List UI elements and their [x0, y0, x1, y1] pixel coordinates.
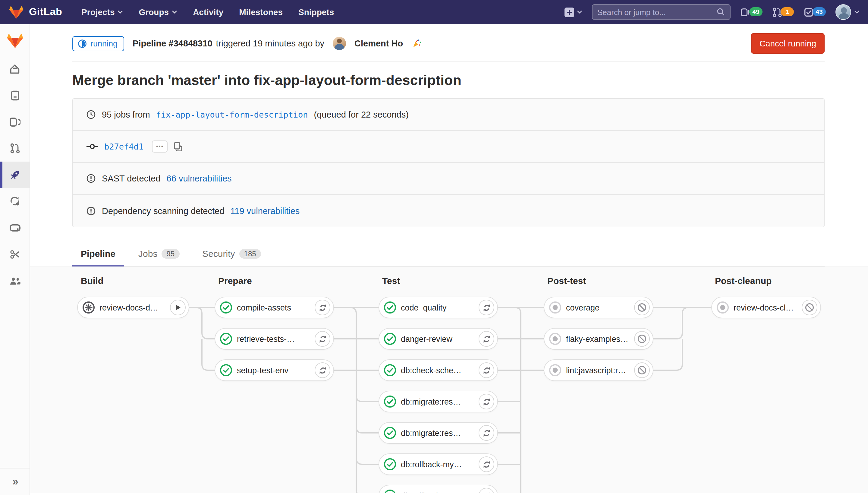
- pipeline-stage: Test code_quality danger-review: [379, 267, 498, 493]
- status-created-icon: [549, 301, 562, 314]
- sidebar-item-snippets[interactable]: [0, 241, 30, 268]
- retry-job-button[interactable]: [479, 488, 494, 493]
- job-label: db:check-sche…: [401, 366, 474, 375]
- cancel-job-button[interactable]: [634, 331, 650, 347]
- dependency-vulnerabilities-link[interactable]: 119 vulnerabilities: [230, 206, 299, 216]
- retry-icon: [482, 366, 491, 375]
- job-pill[interactable]: retrieve-tests-…: [214, 328, 334, 350]
- job-pill[interactable]: review-docs-cl…: [711, 297, 821, 318]
- dependency-info-row: Dependency scanning detected 119 vulnera…: [73, 195, 824, 227]
- job-pill[interactable]: db:rollback-…: [379, 485, 498, 493]
- cancel-job-button[interactable]: [634, 300, 650, 315]
- gitlab-logo[interactable]: GitLab: [8, 4, 62, 20]
- stage-name: Test: [382, 275, 498, 286]
- security-tab-badge: 185: [239, 249, 261, 258]
- stage-name: Prepare: [218, 275, 334, 286]
- nav-item-milestones[interactable]: Milestones: [239, 7, 283, 17]
- retry-job-button[interactable]: [315, 362, 330, 378]
- copy-commit-button[interactable]: [174, 142, 183, 151]
- retry-job-button[interactable]: [315, 300, 330, 315]
- nav-menu: Projects Groups Activity Milestones Snip…: [81, 7, 334, 17]
- job-pill[interactable]: db:check-sche…: [379, 359, 498, 381]
- status-success-icon: [383, 301, 397, 314]
- job-label: flaky-examples…: [566, 334, 630, 343]
- job-pill[interactable]: code_quality: [379, 297, 498, 318]
- tab-jobs[interactable]: Jobs 95: [130, 243, 188, 266]
- job-pill[interactable]: db:migrate:res…: [379, 422, 498, 444]
- stage-name: Build: [81, 275, 189, 286]
- sidebar-collapse-button[interactable]: »: [0, 468, 30, 495]
- retry-job-button[interactable]: [479, 300, 494, 315]
- chevron-down-icon: [854, 10, 860, 14]
- search-box: [592, 4, 731, 20]
- job-pill[interactable]: danger-review: [379, 328, 498, 350]
- merge-requests-counter[interactable]: 1: [772, 7, 794, 17]
- job-pill[interactable]: setup-test-env: [214, 359, 334, 381]
- job-status: [220, 332, 233, 345]
- running-spinner-icon: [78, 39, 87, 48]
- sidebar-items: [0, 55, 30, 294]
- sidebar-item-registry[interactable]: [0, 215, 30, 241]
- sast-vulnerabilities-link[interactable]: 66 vulnerabilities: [167, 174, 232, 183]
- job-pill[interactable]: db:rollback-my…: [379, 454, 498, 475]
- sidebar-project-logo[interactable]: [0, 24, 30, 55]
- job-pill[interactable]: review-docs-d…: [77, 297, 189, 318]
- retry-job-button[interactable]: [315, 331, 330, 347]
- job-pill[interactable]: compile-assets: [214, 297, 334, 318]
- sidebar-item-members[interactable]: [0, 268, 30, 294]
- cancel-job-button[interactable]: [634, 362, 650, 378]
- retry-icon: [482, 491, 491, 493]
- play-job-button[interactable]: [170, 300, 186, 315]
- status-success-icon: [383, 489, 397, 493]
- job-pill[interactable]: lint:javascript:r…: [544, 359, 654, 381]
- sidebar-item-operations[interactable]: [0, 188, 30, 215]
- cancel-running-button[interactable]: Cancel running: [751, 33, 824, 54]
- sidebar-item-home[interactable]: [0, 55, 30, 82]
- job-pill[interactable]: coverage: [544, 297, 654, 318]
- todos-counter[interactable]: 43: [803, 7, 826, 17]
- author-name[interactable]: Clement Ho: [354, 39, 403, 48]
- nav-item-activity[interactable]: Activity: [193, 7, 223, 17]
- nav-item-projects[interactable]: Projects: [81, 7, 123, 17]
- commit-sha-link[interactable]: b27ef4d1: [104, 142, 143, 151]
- pipeline-status-badge: running: [72, 36, 124, 51]
- retry-job-button[interactable]: [479, 394, 494, 409]
- merge-request-icon: [10, 143, 20, 154]
- retry-job-button[interactable]: [479, 456, 494, 472]
- play-icon: [174, 304, 181, 311]
- retry-job-button[interactable]: [479, 425, 494, 441]
- sidebar-item-repository[interactable]: [0, 82, 30, 108]
- cancel-job-button[interactable]: [802, 300, 817, 315]
- issues-counter[interactable]: 49: [740, 7, 763, 17]
- stage-name: Post-cleanup: [715, 275, 821, 286]
- expand-commit-button[interactable]: •••: [152, 140, 168, 153]
- queued-text: (queued for 22 seconds): [314, 110, 409, 119]
- job-pill[interactable]: flaky-examples…: [544, 328, 654, 350]
- nav-item-snippets[interactable]: Snippets: [298, 7, 334, 17]
- job-status: [383, 301, 397, 314]
- tab-security[interactable]: Security 185: [194, 243, 269, 266]
- status-success-icon: [383, 395, 397, 408]
- sidebar-item-issues[interactable]: [0, 108, 30, 135]
- job-label: lint:javascript:r…: [566, 366, 630, 375]
- job-pill[interactable]: db:migrate:res…: [379, 391, 498, 412]
- user-menu[interactable]: [835, 4, 860, 20]
- nav-item-groups[interactable]: Groups: [139, 7, 177, 17]
- retry-icon: [482, 460, 491, 469]
- job-action: [634, 331, 650, 347]
- job-status: [549, 363, 562, 377]
- retry-icon: [318, 366, 327, 375]
- job-label: code_quality: [401, 303, 474, 312]
- job-action: [479, 456, 494, 472]
- search-input[interactable]: [597, 7, 717, 17]
- branch-link[interactable]: fix-app-layout-form-description: [156, 110, 308, 119]
- tanuki-icon: [8, 4, 24, 20]
- author-avatar[interactable]: [333, 37, 346, 50]
- tab-pipeline[interactable]: Pipeline: [72, 243, 124, 266]
- new-menu-button[interactable]: [564, 7, 582, 17]
- sidebar-item-merge-requests[interactable]: [0, 135, 30, 161]
- retry-job-button[interactable]: [479, 362, 494, 378]
- retry-job-button[interactable]: [479, 331, 494, 347]
- sidebar-item-ci-cd[interactable]: [0, 161, 30, 188]
- status-success-icon: [220, 332, 233, 345]
